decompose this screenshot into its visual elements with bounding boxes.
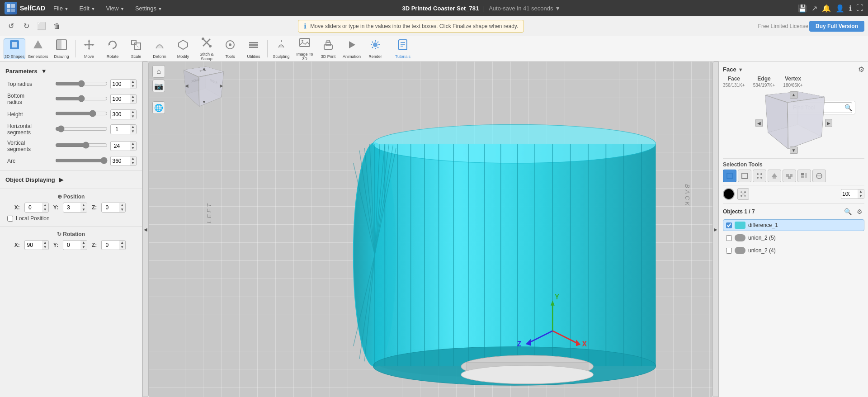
pos-x-spin-down[interactable]: ▼: [42, 208, 48, 212]
menu-view[interactable]: View ▼: [103, 3, 127, 14]
tool-stitch[interactable]: Stitch & Scoop: [196, 38, 217, 59]
cube-right-arrow[interactable]: ▶: [825, 119, 832, 127]
orient-up-arrow[interactable]: ▲: [202, 66, 207, 71]
vert-segments-slider[interactable]: [55, 142, 108, 149]
fullscreen-icon[interactable]: ⛶: [856, 4, 863, 12]
pos-z-input[interactable]: [102, 203, 119, 212]
notification-icon[interactable]: 🔔: [822, 4, 831, 13]
tool-tutorials[interactable]: Tutorials: [392, 38, 414, 59]
user-icon[interactable]: 👤: [835, 4, 844, 13]
pos-y-input[interactable]: [63, 203, 80, 212]
arc-slider[interactable]: [55, 157, 108, 164]
tool-utilities[interactable]: Utilities: [243, 38, 264, 59]
expand-right-button[interactable]: ▶: [712, 61, 719, 397]
local-position-checkbox[interactable]: [7, 216, 13, 222]
tool-move[interactable]: Move: [78, 38, 100, 59]
top-radius-spin-up[interactable]: ▲: [130, 80, 136, 84]
vert-segments-input[interactable]: [111, 142, 130, 150]
cube-left-arrow[interactable]: ◀: [755, 119, 763, 127]
arc-spin-down[interactable]: ▼: [130, 161, 136, 165]
arc-spin-up[interactable]: ▲: [130, 156, 136, 161]
bottom-radius-input[interactable]: [111, 95, 130, 103]
horiz-segments-slider[interactable]: [55, 125, 108, 132]
horiz-segments-input[interactable]: [111, 125, 130, 133]
tool-rotate[interactable]: Rotate: [102, 38, 123, 59]
vert-segments-spin-up[interactable]: ▲: [130, 142, 136, 146]
camera-nav-button[interactable]: 📷: [152, 80, 165, 92]
opacity-spin-up[interactable]: ▲: [858, 189, 864, 194]
height-input[interactable]: [111, 110, 130, 118]
tool-3dprint[interactable]: 3D Print: [317, 38, 339, 59]
object-displaying-header[interactable]: Object Displaying ▶: [0, 174, 142, 186]
pos-x-spin-up[interactable]: ▲: [42, 203, 48, 208]
object-item-union2-4[interactable]: union_2 (4): [723, 245, 864, 256]
bottom-radius-slider[interactable]: [55, 95, 108, 102]
tool-drawing[interactable]: Drawing: [51, 38, 72, 59]
home-nav-button[interactable]: ⌂: [152, 65, 165, 78]
pos-z-spin-down[interactable]: ▼: [119, 208, 125, 212]
parameters-header[interactable]: Parameters ▼: [0, 65, 142, 77]
buy-button[interactable]: Buy Full Version: [809, 21, 864, 32]
horiz-segments-spin-down[interactable]: ▼: [130, 129, 136, 134]
opacity-input[interactable]: [841, 190, 858, 198]
autosave-status[interactable]: Auto-save in 41 seconds ▼: [489, 5, 561, 12]
expand-left-button[interactable]: ◀: [142, 61, 149, 397]
vert-segments-spin-down[interactable]: ▼: [130, 146, 136, 151]
rot-z-spin-up[interactable]: ▲: [119, 241, 125, 245]
tool-render[interactable]: Render: [364, 38, 386, 59]
rot-y-spin-up[interactable]: ▲: [80, 241, 87, 245]
tool-modify[interactable]: Modify: [172, 38, 194, 59]
height-slider[interactable]: [55, 110, 108, 117]
objects-search-btn[interactable]: 🔍: [843, 207, 853, 217]
tool-deform[interactable]: Deform: [149, 38, 170, 59]
top-radius-slider[interactable]: [55, 80, 108, 87]
orient-down-arrow[interactable]: ▼: [202, 99, 207, 104]
rot-y-spin-down[interactable]: ▼: [80, 245, 87, 250]
cube-up-arrow[interactable]: ▲: [790, 91, 798, 99]
globe-nav-button[interactable]: 🌐: [152, 101, 165, 114]
tool-sculpting[interactable]: Sculpting: [270, 38, 292, 59]
object-checkbox-difference1[interactable]: [726, 222, 732, 228]
pos-y-spin-down[interactable]: ▼: [80, 208, 87, 212]
sel-tool-group[interactable]: [783, 170, 796, 182]
object-item-union2-5[interactable]: union_2 (5): [723, 232, 864, 244]
object-item-difference1[interactable]: difference_1: [723, 219, 864, 231]
undo-button[interactable]: ↺: [4, 19, 18, 33]
redo-button[interactable]: ↻: [19, 19, 33, 33]
height-spin-down[interactable]: ▼: [130, 114, 136, 119]
right-panel-gear[interactable]: ⚙: [858, 65, 864, 74]
tool-animation[interactable]: Animation: [341, 38, 363, 59]
face-dropdown-arrow[interactable]: ▼: [738, 67, 743, 72]
rot-x-spin-up[interactable]: ▲: [42, 241, 48, 245]
menu-edit[interactable]: Edit ▼: [77, 3, 98, 14]
orient-right-arrow[interactable]: ▶: [220, 83, 223, 88]
bottom-radius-spin-down[interactable]: ▼: [130, 99, 136, 104]
color-texture-btn[interactable]: [737, 188, 749, 200]
menu-file[interactable]: File ▼: [51, 3, 71, 14]
save-icon[interactable]: 💾: [798, 4, 807, 13]
horiz-segments-spin-up[interactable]: ▲: [130, 125, 136, 129]
menu-settings[interactable]: Settings ▼: [132, 3, 165, 14]
object-checkbox-union2-4[interactable]: [726, 248, 732, 254]
tool-generators[interactable]: Generators: [27, 38, 49, 59]
3d-viewport[interactable]: ⌂ 📷 🌐 RIGHT BACK TOP: [149, 61, 712, 397]
tool-image2d[interactable]: Image To 3D: [294, 38, 316, 59]
sel-tool-object[interactable]: [768, 170, 781, 182]
pos-y-spin-up[interactable]: ▲: [80, 203, 87, 208]
cube-down-arrow[interactable]: ▼: [790, 147, 798, 154]
rot-z-input[interactable]: [102, 241, 119, 249]
sel-tool-face[interactable]: [723, 170, 736, 182]
sel-tool-paint[interactable]: [797, 170, 811, 182]
top-radius-spin-down[interactable]: ▼: [130, 84, 136, 89]
sel-tool-edge[interactable]: [738, 170, 751, 182]
rot-y-input[interactable]: [63, 241, 80, 249]
pos-x-input[interactable]: [25, 203, 42, 212]
pos-z-spin-up[interactable]: ▲: [119, 203, 125, 208]
share-icon[interactable]: ↗: [811, 4, 817, 13]
info-icon[interactable]: ℹ: [849, 4, 852, 13]
copy-button[interactable]: ⬜: [34, 19, 49, 33]
top-radius-input[interactable]: [111, 80, 130, 88]
rot-x-spin-down[interactable]: ▼: [42, 245, 48, 250]
sel-tool-vertex[interactable]: [753, 170, 766, 182]
tool-scale[interactable]: Scale: [125, 38, 147, 59]
